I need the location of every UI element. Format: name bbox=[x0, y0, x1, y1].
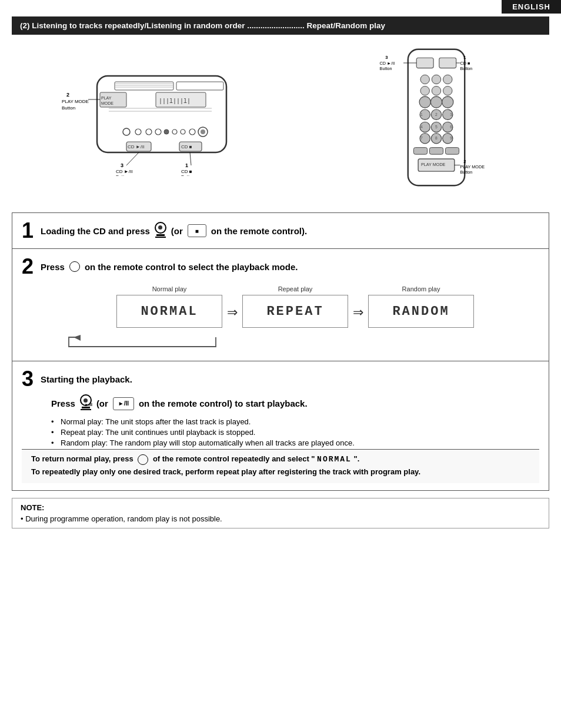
svg-point-14 bbox=[164, 129, 169, 134]
step3-header: 3 Starting the playback. bbox=[22, 368, 539, 390]
svg-point-55 bbox=[443, 87, 452, 95]
svg-text:2: 2 bbox=[66, 92, 69, 98]
svg-marker-86 bbox=[74, 335, 81, 341]
step2-title-prefix: Press bbox=[41, 262, 65, 272]
step-1: 1 Loading the CD and press (or ■ on the … bbox=[12, 213, 549, 249]
note-box: NOTE: • During programme operation, rand… bbox=[12, 498, 549, 528]
random-play-display: RANDOM bbox=[368, 295, 474, 328]
step1-number: 1 bbox=[22, 220, 38, 241]
svg-text:|||l|||l|: |||l|||l| bbox=[159, 98, 191, 105]
step3-play-icon: ►/II bbox=[80, 394, 92, 410]
step3-press-text: Press bbox=[51, 398, 75, 408]
svg-text:CD ■: CD ■ bbox=[460, 61, 470, 66]
random-play-wrap: Random play RANDOM bbox=[368, 285, 474, 328]
svg-text:CD ►/II: CD ►/II bbox=[116, 169, 132, 174]
normal-play-display: NORMAL bbox=[116, 295, 222, 328]
svg-point-17 bbox=[189, 129, 195, 135]
svg-text:Button: Button bbox=[62, 105, 75, 111]
cd-stop-icon: ■ bbox=[188, 224, 206, 237]
svg-text:3: 3 bbox=[450, 112, 453, 117]
step2-modes: Normal play NORMAL ⇒ Repeat play REPEAT … bbox=[51, 285, 539, 350]
step3-bullets: Normal play: The unit stops after the la… bbox=[51, 417, 539, 447]
svg-text:2: 2 bbox=[436, 112, 438, 117]
bullet-1: Normal play: The unit stops after the la… bbox=[51, 417, 539, 426]
repeat-play-label: Repeat play bbox=[278, 285, 313, 292]
step3-content: Press ►/II (or ►/II on the remote contro… bbox=[51, 395, 539, 447]
remote-svg: 3 CD ►/II Button 1 CD ■ Button 1 bbox=[360, 46, 513, 205]
svg-point-12 bbox=[146, 129, 152, 135]
svg-text:CD ■: CD ■ bbox=[181, 144, 192, 149]
tip-1: To return normal play, press of the remo… bbox=[31, 454, 530, 465]
svg-text:CD ►/II: CD ►/II bbox=[128, 144, 144, 149]
svg-rect-0 bbox=[97, 76, 226, 152]
svg-text:PLAY MODE: PLAY MODE bbox=[421, 162, 446, 167]
svg-text:5: 5 bbox=[436, 125, 438, 129]
svg-point-15 bbox=[172, 129, 177, 134]
step3-title: Starting the playback. bbox=[41, 374, 132, 384]
tip-circle-icon bbox=[138, 454, 148, 465]
svg-point-51 bbox=[432, 75, 441, 84]
svg-rect-2 bbox=[176, 82, 223, 90]
svg-point-53 bbox=[420, 87, 429, 95]
svg-text:MODE: MODE bbox=[101, 101, 113, 105]
svg-text:7: 7 bbox=[420, 136, 423, 140]
svg-text:Button: Button bbox=[181, 174, 195, 176]
svg-text:PLAY MODE: PLAY MODE bbox=[460, 164, 485, 169]
svg-text:Button: Button bbox=[460, 66, 473, 71]
normal-play-label: Normal play bbox=[152, 285, 187, 292]
bullet-2: Repeat play: The unit continues until pl… bbox=[51, 428, 539, 437]
return-arrow bbox=[63, 333, 539, 350]
svg-point-54 bbox=[432, 87, 441, 95]
section-header: (2) Listening to tracks repeatedly/Liste… bbox=[12, 16, 549, 35]
svg-point-10 bbox=[123, 128, 130, 135]
svg-text:PLAY: PLAY bbox=[101, 96, 112, 100]
normal-play-wrap: Normal play NORMAL bbox=[116, 285, 222, 328]
svg-text:8: 8 bbox=[436, 136, 438, 140]
svg-text:6: 6 bbox=[450, 125, 453, 129]
svg-point-52 bbox=[443, 75, 452, 84]
svg-point-13 bbox=[155, 129, 161, 135]
svg-rect-78 bbox=[430, 148, 443, 155]
language-label: ENGLISH bbox=[502, 0, 561, 14]
svg-point-19 bbox=[201, 129, 205, 134]
step3-press-line: Press ►/II (or ►/II on the remote contro… bbox=[51, 395, 539, 411]
svg-text:3: 3 bbox=[121, 162, 123, 168]
svg-text:1: 1 bbox=[420, 112, 423, 117]
step1-content: 1 Loading the CD and press (or ■ on the … bbox=[22, 220, 539, 241]
playmode-row: Normal play NORMAL ⇒ Repeat play REPEAT … bbox=[51, 285, 539, 328]
steps-container: 1 Loading the CD and press (or ■ on the … bbox=[12, 212, 549, 491]
svg-rect-41 bbox=[439, 58, 456, 68]
svg-rect-1 bbox=[115, 82, 173, 90]
arrow-right-1: ⇒ bbox=[227, 293, 238, 320]
svg-text:CD ■: CD ■ bbox=[181, 169, 192, 174]
step2-title-suffix: on the remote control to select the play… bbox=[85, 262, 298, 272]
svg-text:PLAY MODE: PLAY MODE bbox=[62, 99, 89, 104]
step-3: 3 Starting the playback. Press ►/II (or … bbox=[12, 361, 549, 490]
bullet-3: Random play: The random play will stop a… bbox=[51, 438, 539, 447]
diagram-area: |||l|||l| CD ►/II CD ■ PLAY MODE bbox=[12, 41, 549, 205]
step1-title-suffix2: on the remote control). bbox=[211, 226, 307, 236]
svg-rect-40 bbox=[417, 58, 434, 68]
svg-text:Button: Button bbox=[460, 169, 473, 175]
svg-point-58 bbox=[442, 97, 453, 108]
svg-text:Button: Button bbox=[116, 174, 129, 176]
note-title: NOTE: bbox=[21, 503, 540, 512]
cd-player-diagram: |||l|||l| CD ►/II CD ■ PLAY MODE bbox=[12, 41, 312, 176]
cd-player-svg: |||l|||l| CD ►/II CD ■ PLAY MODE bbox=[62, 41, 262, 176]
svg-text:4: 4 bbox=[420, 125, 423, 129]
remote-diagram: 3 CD ►/II Button 1 CD ■ Button 1 bbox=[324, 41, 549, 205]
step3-number: 3 bbox=[22, 368, 38, 390]
step3-suffix: on the remote control) to start playback… bbox=[139, 398, 308, 408]
step2-number: 2 bbox=[22, 256, 38, 277]
svg-text:Button: Button bbox=[380, 66, 392, 71]
svg-point-50 bbox=[420, 75, 429, 84]
svg-point-57 bbox=[431, 97, 442, 108]
step3-or-text: (or bbox=[96, 398, 108, 408]
step1-title: Loading the CD and press bbox=[41, 226, 150, 236]
svg-text:CD ►/II: CD ►/II bbox=[380, 61, 395, 66]
svg-point-16 bbox=[181, 129, 185, 134]
note-item-1: • During programme operation, random pla… bbox=[21, 514, 540, 523]
repeat-play-wrap: Repeat play REPEAT bbox=[242, 285, 348, 328]
step-2: 2 Press on the remote control to select … bbox=[12, 249, 549, 361]
svg-rect-79 bbox=[446, 148, 459, 155]
